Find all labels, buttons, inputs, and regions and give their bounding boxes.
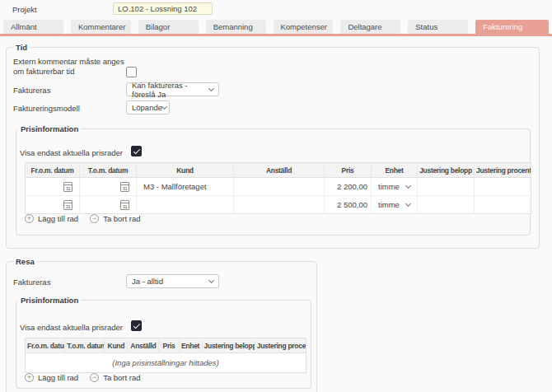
- tom-datum-cell[interactable]: 31: [80, 196, 137, 214]
- tid-row-actions: + Lägg till rad − Ta bort rad: [25, 214, 141, 223]
- col-tom-datum: T.o.m. datum: [65, 338, 105, 353]
- enhet-cell[interactable]: timme: [372, 196, 418, 214]
- extern-kommentar-label: Extern kommentar måste anges om fakturer…: [13, 57, 130, 76]
- col-justering-procent: Justering procent: [255, 338, 306, 353]
- fom-datum-cell[interactable]: 31: [26, 178, 80, 196]
- col-justering-belopp: Justering belopp: [202, 338, 255, 353]
- extern-kommentar-checkbox[interactable]: [126, 67, 137, 77]
- resa-visa-prisrader-label: Visa endast aktuella prisrader: [20, 323, 123, 333]
- resa-section: Resa Faktureras Ja - alltid Prisinformat…: [6, 261, 317, 392]
- tab-bemanning[interactable]: Bemanning: [206, 20, 266, 34]
- chevron-down-icon: [405, 182, 411, 188]
- tab-allmant[interactable]: Allmänt: [3, 20, 63, 34]
- anstalld-cell[interactable]: [234, 178, 325, 196]
- tid-prisinformation-section: Prisinformation Visa endast aktuella pri…: [16, 128, 531, 236]
- tab-deltagare[interactable]: Deltagare: [340, 20, 400, 34]
- remove-row-button[interactable]: − Ta bort rad: [90, 214, 140, 223]
- resa-visa-prisrader-checkbox[interactable]: [131, 320, 142, 331]
- minus-circle-icon: −: [90, 214, 99, 223]
- tab-kompetenser[interactable]: Kompetenser: [274, 20, 334, 34]
- add-row-button[interactable]: + Lägg till rad: [25, 373, 78, 382]
- fom-datum-cell[interactable]: 31: [26, 196, 80, 214]
- pris-cell[interactable]: 2 500,00: [325, 196, 372, 214]
- chevron-down-icon: [405, 200, 411, 206]
- tab-bar: Allmänt Kommentarer Bilagor Bemanning Ko…: [0, 20, 552, 34]
- resa-prisinformation-legend: Prisinformation: [18, 296, 81, 305]
- calendar-icon[interactable]: 31: [120, 182, 129, 192]
- col-tom-datum: T.o.m. datum: [80, 163, 137, 178]
- resa-faktureras-value: Ja - alltid: [132, 277, 163, 286]
- remove-row-button[interactable]: − Ta bort rad: [90, 373, 140, 382]
- pris-cell[interactable]: 2 200,00: [325, 178, 372, 196]
- anstalld-cell[interactable]: [234, 196, 325, 214]
- resa-prisinformation-section: Prisinformation Visa endast aktuella pri…: [16, 300, 311, 389]
- col-kund: Kund: [105, 338, 128, 353]
- minus-circle-icon: −: [90, 373, 99, 382]
- tab-status[interactable]: Status: [408, 20, 468, 34]
- table-row: 31 31 M3 - Mallföretaget 2 200,00 timme: [26, 178, 531, 196]
- justering-procent-cell[interactable]: [475, 178, 531, 196]
- tid-prisinformation-legend: Prisinformation: [18, 124, 81, 133]
- resa-faktureras-label: Faktureras: [13, 278, 50, 287]
- resa-legend: Resa: [13, 257, 37, 266]
- col-fom-datum: Fr.o.m. datum: [26, 338, 65, 353]
- tom-datum-cell[interactable]: 31: [80, 178, 137, 196]
- empty-row: (Inga prisinställningar hittades): [26, 353, 306, 373]
- tid-visa-prisrader-checkbox[interactable]: [131, 146, 142, 156]
- tab-bilagor[interactable]: Bilagor: [138, 20, 199, 34]
- tid-faktureras-value: Kan faktureras - föreslå Ja: [132, 81, 209, 99]
- table-header-row: Fr.o.m. datum T.o.m. datum Kund Anställd…: [26, 338, 306, 353]
- col-enhet: Enhet: [372, 163, 418, 178]
- col-anstalld: Anställd: [128, 338, 159, 353]
- justering-belopp-cell[interactable]: [418, 196, 475, 214]
- resa-row-actions: + Lägg till rad − Ta bort rad: [25, 373, 141, 382]
- calendar-icon[interactable]: 31: [63, 200, 73, 210]
- justering-belopp-cell[interactable]: [418, 178, 475, 196]
- project-input[interactable]: [113, 2, 213, 15]
- tid-legend: Tid: [13, 43, 30, 52]
- resa-faktureras-select[interactable]: Ja - alltid: [126, 274, 219, 288]
- chevron-down-icon: [208, 277, 214, 282]
- project-label: Projekt: [12, 5, 37, 14]
- justering-procent-cell[interactable]: [475, 196, 531, 214]
- table-header-row: Fr.o.m. datum T.o.m. datum Kund Anställd…: [26, 163, 531, 178]
- tab-underline: [0, 34, 552, 36]
- tid-faktureras-label: Faktureras: [13, 86, 50, 96]
- col-pris: Pris: [325, 163, 372, 178]
- calendar-icon[interactable]: 31: [120, 200, 129, 210]
- tid-visa-prisrader-label: Visa endast aktuella prisrader: [20, 148, 123, 158]
- col-kund: Kund: [137, 163, 234, 178]
- calendar-icon[interactable]: 31: [63, 182, 73, 192]
- faktureringsmodell-label: Faktureringsmodell: [13, 104, 80, 114]
- col-enhet: Enhet: [179, 338, 202, 353]
- empty-message: (Inga prisinställningar hittades): [26, 353, 306, 373]
- plus-circle-icon: +: [25, 214, 34, 223]
- add-row-button[interactable]: + Lägg till rad: [25, 214, 78, 223]
- resa-pris-table: Fr.o.m. datum T.o.m. datum Kund Anställd…: [25, 338, 306, 373]
- col-fom-datum: Fr.o.m. datum: [26, 163, 80, 178]
- tab-fakturering[interactable]: Fakturering: [475, 20, 549, 34]
- enhet-cell[interactable]: timme: [372, 178, 418, 196]
- chevron-down-icon: [161, 103, 167, 109]
- col-anstalld: Anställd: [234, 163, 325, 178]
- chevron-down-icon: [208, 85, 214, 91]
- faktureringsmodell-value: Löpande: [132, 103, 162, 112]
- kund-cell[interactable]: M3 - Mallföretaget: [137, 178, 234, 196]
- col-pris: Pris: [159, 338, 179, 353]
- col-justering-procent: Justering procent: [475, 163, 531, 178]
- tid-section: Tid Extern kommentar måste anges om fakt…: [6, 47, 540, 249]
- tab-kommentarer[interactable]: Kommentarer: [71, 20, 131, 34]
- tid-pris-table: Fr.o.m. datum T.o.m. datum Kund Anställd…: [25, 162, 531, 214]
- kund-cell[interactable]: [137, 196, 234, 214]
- tid-faktureras-select[interactable]: Kan faktureras - föreslå Ja: [126, 82, 219, 96]
- col-justering-belopp: Justering belopp: [418, 163, 475, 178]
- faktureringsmodell-select[interactable]: Löpande: [126, 100, 170, 114]
- table-row: 31 31 2 500,00 timme: [26, 196, 531, 214]
- plus-circle-icon: +: [25, 373, 34, 382]
